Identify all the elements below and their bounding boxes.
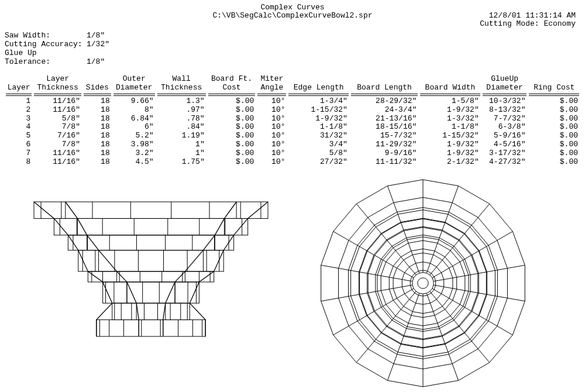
col-miter-angle-2: Angle [256, 84, 287, 92]
svg-line-117 [321, 285, 412, 301]
cell-board_width: 1-9/32" [419, 140, 481, 149]
svg-line-119 [333, 232, 414, 278]
col-board-ft-cost-2: Cost [207, 84, 257, 92]
table-row: 47/8"186".84"$.0010°1-1/8"18-15/16"1-1/8… [5, 123, 580, 132]
glue-tol-value: 1/8" [87, 57, 105, 66]
cell-ring_cost: $.00 [528, 106, 580, 115]
table-row: 211/16"188".97"$.0010°1-15/32"24-3/4"1-9… [5, 106, 580, 115]
side-view-diagram [28, 195, 274, 347]
svg-rect-66 [112, 303, 190, 319]
cell-layer: 8 [5, 158, 33, 167]
saw-width-label: Saw Width: [5, 32, 87, 40]
table-row: 67/8"183.98"1"$.0010°3/4"11-29/32"1-9/32… [5, 140, 580, 149]
col-wall-thickness-1: Wall [156, 75, 207, 84]
table-row: 57/16"185.2"1.19"$.0010°31/32"15-7/32"1-… [5, 132, 580, 140]
cell-sides: 18 [82, 149, 112, 158]
cell-edge_length: 31/32" [287, 132, 349, 140]
cell-ring_cost: $.00 [528, 132, 580, 140]
cell-outer_diameter: 3.98" [112, 140, 156, 149]
svg-rect-44 [88, 271, 214, 282]
cell-board_width: 2-1/32" [419, 158, 481, 167]
parameters-block: Saw Width:1/8" Cutting Accuracy:1/32" Gl… [5, 32, 580, 67]
col-board-ft-cost-1: Board Ft. [207, 75, 257, 84]
cell-layer: 4 [5, 123, 33, 132]
col-board-width-2: Board Width [419, 84, 481, 92]
cell-layer_thickness: 5/8" [33, 115, 82, 123]
cell-board_length: 11-29/32" [350, 140, 419, 149]
col-ring-cost-1 [528, 75, 580, 84]
svg-line-118 [321, 265, 412, 281]
cell-board_width: 1-5/8" [419, 97, 481, 106]
cutting-mode-value: Economy [543, 19, 576, 28]
cell-board_ft_cost: $.00 [207, 149, 257, 158]
cell-miter_angle: 10° [256, 97, 287, 106]
cell-outer_diameter: 6" [112, 123, 156, 132]
col-ring-cost-2: Ring Cost [528, 84, 580, 92]
top-view-diagram [315, 175, 531, 391]
col-miter-angle-1: Miter [256, 75, 287, 84]
cell-board_ft_cost: $.00 [207, 106, 257, 115]
cell-miter_angle: 10° [256, 106, 287, 115]
col-edge-length-2: Edge Length [287, 84, 349, 92]
cell-outer_diameter: 9.66" [112, 97, 156, 106]
svg-line-116 [333, 288, 414, 335]
cell-layer: 3 [5, 115, 33, 123]
cell-layer: 2 [5, 106, 33, 115]
cell-board_length: 24-3/4" [350, 106, 419, 115]
cell-miter_angle: 10° [256, 158, 287, 167]
svg-rect-55 [103, 282, 199, 303]
svg-rect-0 [34, 202, 268, 218]
cutting-mode-label: Cutting Mode: [480, 19, 539, 28]
cell-edge_length: 1-9/32" [287, 115, 349, 123]
cell-edge_length: 3/4" [287, 140, 349, 149]
cell-ring_cost: $.00 [528, 158, 580, 167]
cell-wall_thickness: 1.3" [156, 97, 207, 106]
svg-line-107 [432, 232, 512, 278]
cell-sides: 18 [82, 123, 112, 132]
cell-board_width: 1-9/32" [419, 149, 481, 158]
table-row: 811/16"184.5"1.75"$.0010°27/32"11-11/32"… [5, 158, 580, 167]
cell-layer_thickness: 7/16" [33, 132, 82, 140]
cell-edge_length: 1-3/4" [287, 97, 349, 106]
cell-wall_thickness: .84" [156, 123, 207, 132]
col-layer-thickness-2: Thickness [33, 84, 82, 92]
cell-ring_cost: $.00 [528, 149, 580, 158]
cell-glueup_diameter: 4-5/16" [481, 140, 528, 149]
cell-sides: 18 [82, 140, 112, 149]
cell-sides: 18 [82, 97, 112, 106]
cell-miter_angle: 10° [256, 123, 287, 132]
cell-glueup_diameter: 7-7/32" [481, 115, 528, 123]
cell-layer: 5 [5, 132, 33, 140]
saw-width-value: 1/8" [87, 31, 105, 40]
col-sides-2: Sides [82, 84, 112, 92]
cell-layer_thickness: 7/8" [33, 140, 82, 149]
cell-wall_thickness: .97" [156, 106, 207, 115]
cell-glueup_diameter: 8-13/32" [481, 106, 528, 115]
cell-layer_thickness: 11/16" [33, 149, 82, 158]
cell-glueup_diameter: 3-17/32" [481, 149, 528, 158]
header-row-1: Layer Outer Wall Board Ft. Miter GlueUp [5, 75, 580, 84]
cell-layer_thickness: 11/16" [33, 158, 82, 167]
col-board-width-1 [419, 75, 481, 84]
cell-edge_length: 1-15/32" [287, 106, 349, 115]
cell-board_length: 28-29/32" [350, 97, 419, 106]
col-glueup-diameter-2: Diameter [481, 84, 528, 92]
col-edge-length-1 [287, 75, 349, 84]
cell-wall_thickness: 1.19" [156, 132, 207, 140]
col-board-length-1 [350, 75, 419, 84]
cell-miter_angle: 10° [256, 140, 287, 149]
col-layer-thickness-1: Layer [33, 75, 82, 84]
col-glueup-diameter-1: GlueUp [481, 75, 528, 84]
col-outer-diameter-1: Outer [112, 75, 156, 84]
cell-board_width: 1-1/8" [419, 123, 481, 132]
cell-miter_angle: 10° [256, 149, 287, 158]
cell-board_ft_cost: $.00 [207, 140, 257, 149]
col-outer-diameter-2: Diameter [112, 84, 156, 92]
cell-board_length: 15-7/32" [350, 132, 419, 140]
cell-ring_cost: $.00 [528, 115, 580, 123]
cell-glueup_diameter: 5-9/16" [481, 132, 528, 140]
cell-sides: 18 [82, 132, 112, 140]
svg-line-110 [432, 288, 512, 335]
cell-edge_length: 5/8" [287, 149, 349, 158]
cell-sides: 18 [82, 158, 112, 167]
